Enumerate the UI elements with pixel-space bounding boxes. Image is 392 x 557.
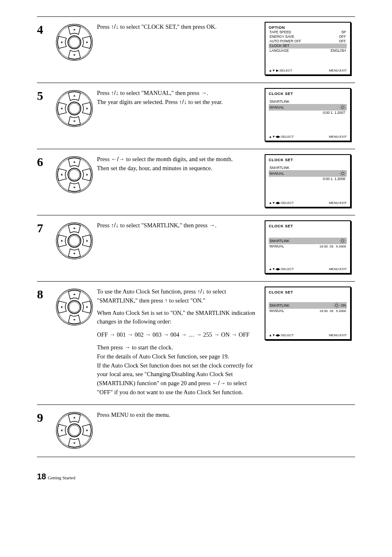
- instruction-text: Then press → to start the clock.For the …: [97, 343, 259, 397]
- dpad-column: [52, 21, 97, 61]
- arrow-icon: →: [214, 331, 220, 338]
- seq-item: 003: [152, 331, 161, 338]
- menu-list: SMARTLINKMANUAL 0:00 1. 1.2008: [269, 162, 347, 181]
- arrow-glyph: ↑/↓: [179, 99, 187, 105]
- instruction-text: Press ↑/↓ to select "SMARTLINK," then pr…: [97, 221, 259, 230]
- menu-title: CLOCK SET: [269, 290, 347, 295]
- sun-icon: [339, 104, 346, 111]
- seq-item: 004: [171, 331, 180, 338]
- arrow-glyph: ↑/↓: [111, 222, 119, 229]
- menu-list: SMARTLINKMANUAL18:30 28. 9.2008: [269, 229, 347, 249]
- step-number: 4: [37, 21, 52, 36]
- instruction-column: To use the Auto Clock Set function, pres…: [97, 286, 265, 397]
- screen-column: CLOCK SETSMARTLINKMANUAL 0:00 1. 1.2007▲…: [265, 87, 355, 141]
- menu-item: MANUAL: [269, 104, 347, 111]
- arrow-icon: →: [109, 331, 115, 338]
- screen-column: OPTIONTAPE SPEEDSPENERGY SAVEOFFAUTO POW…: [265, 21, 355, 75]
- seq-item: 255: [203, 331, 212, 338]
- menu-screen: CLOCK SETSMARTLINKMANUAL 0:00 1. 1.2008▲…: [265, 154, 351, 208]
- menu-list: SMARTLINK ONMANUAL18:30 28. 9.2008: [269, 295, 347, 313]
- menu-screen: CLOCK SETSMARTLINKMANUAL18:30 28. 9.2008…: [265, 220, 351, 274]
- section-name: Getting Started: [48, 475, 75, 480]
- instruction-column: Press ←/→ to select the month digits, an…: [97, 153, 265, 173]
- step-number: 8: [37, 286, 52, 300]
- step-number: 7: [37, 220, 52, 234]
- instruction-text: When Auto Clock Set is set to "ON," the …: [97, 309, 259, 327]
- arrow-glyph: ←/→: [212, 380, 226, 386]
- menu-hint: ▲▼◀▶:SELECTMENU:EXIT: [269, 135, 347, 139]
- seq-item: OFF: [239, 331, 250, 338]
- menu-item: LANGUAGEENGLISH: [269, 49, 347, 53]
- seq-item: …: [188, 331, 194, 338]
- arrow-glyph: ↑/↓: [111, 23, 119, 30]
- dpad-column: [52, 153, 97, 194]
- dpad-column: [52, 87, 97, 127]
- arrow-icon: →: [231, 331, 238, 338]
- dpad-column: [52, 220, 97, 260]
- dpad-column: [52, 286, 97, 326]
- arrow-icon: →: [163, 331, 169, 338]
- menu-title: CLOCK SET: [269, 157, 347, 162]
- menu-hint: ▲▼◀▶:SELECTMENU:EXIT: [269, 267, 347, 271]
- arrow-glyph: ←/→: [111, 156, 125, 162]
- dpad-icon: [55, 90, 93, 127]
- step-row: 6Press ←/→ to select the month digits, a…: [37, 149, 355, 215]
- dpad-icon: [55, 156, 93, 194]
- step-row: 8To use the Auto Clock Set function, pre…: [37, 281, 355, 404]
- seq-item: 001: [117, 331, 126, 338]
- sun-icon: [333, 302, 340, 309]
- menu-item: AUTO POWER OFFOFF: [269, 39, 347, 44]
- instruction-text: Press ↑/↓ to select "MANUAL," then press…: [97, 89, 259, 107]
- menu-time: 0:00 1. 1.2007: [269, 111, 347, 115]
- menu-title: CLOCK SET: [269, 224, 347, 229]
- menu-title: OPTION: [269, 25, 347, 30]
- menu-screen: OPTIONTAPE SPEEDSPENERGY SAVEOFFAUTO POW…: [265, 22, 351, 75]
- page-number: 18: [37, 472, 46, 481]
- sun-icon: [339, 238, 346, 244]
- arrow-glyph: →: [209, 222, 215, 229]
- instruction-column: Press ↑/↓ to select "SMARTLINK," then pr…: [97, 220, 265, 230]
- menu-item: SMARTLINK: [269, 99, 347, 104]
- screen-column: CLOCK SETSMARTLINKMANUAL18:30 28. 9.2008…: [265, 220, 355, 274]
- dpad-icon: [55, 23, 93, 61]
- arrow-glyph: ↑/↓: [111, 90, 119, 96]
- menu-item: MANUAL: [269, 170, 347, 177]
- instruction-column: Press MENU to exit the menu.: [97, 409, 265, 420]
- menu-screen: CLOCK SETSMARTLINKMANUAL 0:00 1. 1.2007▲…: [265, 88, 351, 141]
- step-number: 5: [37, 87, 52, 102]
- instruction-column: Press ↑/↓ to select "MANUAL," then press…: [97, 87, 265, 107]
- seq-item: OFF: [97, 331, 108, 338]
- instruction-text: To use the Auto Clock Set function, pres…: [97, 287, 259, 305]
- arrow-glyph: →: [201, 90, 207, 96]
- menu-item: SMARTLINK: [269, 166, 347, 170]
- screen-column: CLOCK SETSMARTLINK ONMANUAL18:30 28. 9.2…: [265, 286, 355, 340]
- menu-item: SMARTLINK: [269, 238, 347, 244]
- menu-list: SMARTLINKMANUAL 0:00 1. 1.2007: [269, 96, 347, 115]
- sun-icon: [339, 170, 346, 177]
- screen-column: CLOCK SETSMARTLINKMANUAL 0:00 1. 1.2008▲…: [265, 153, 355, 208]
- arrow-icon: →: [196, 331, 202, 338]
- menu-item: CLOCK SET: [269, 44, 347, 48]
- instruction-text: Press ↑/↓ to select "CLOCK SET," then pr…: [97, 23, 259, 32]
- menu-title: CLOCK SET: [269, 91, 347, 96]
- page-footer: 18 Getting Started: [37, 472, 355, 481]
- step-row: 7Press ↑/↓ to select "SMARTLINK," then p…: [37, 215, 355, 281]
- menu-hint: ▲▼◀▶:SELECTMENU:EXIT: [269, 201, 347, 205]
- step-number: 9: [37, 409, 52, 424]
- arrow-icon: →: [145, 331, 151, 338]
- instruction-text: Press ←/→ to select the month digits, an…: [97, 155, 259, 173]
- step-row: 4Press ↑/↓ to select "CLOCK SET," then p…: [37, 16, 355, 83]
- seq-item: ON: [221, 331, 230, 338]
- step-row: 9Press MENU to exit the menu.: [37, 404, 355, 457]
- menu-hint: ▲▼ ▶:SELECTMENU:EXIT: [269, 69, 347, 73]
- arrow-glyph: →: [125, 344, 131, 351]
- step-number: 6: [37, 153, 52, 168]
- arrow-icon: →: [181, 331, 187, 338]
- menu-hint: ▲▼◀▶:SELECTMENU:EXIT: [269, 333, 347, 337]
- screen-column: [265, 409, 355, 410]
- instruction-text: Press MENU to exit the menu.: [97, 411, 259, 420]
- dpad-column: [52, 409, 97, 449]
- dpad-icon: [55, 222, 93, 260]
- menu-item: ENERGY SAVEOFF: [269, 35, 347, 39]
- dpad-icon: [55, 288, 93, 326]
